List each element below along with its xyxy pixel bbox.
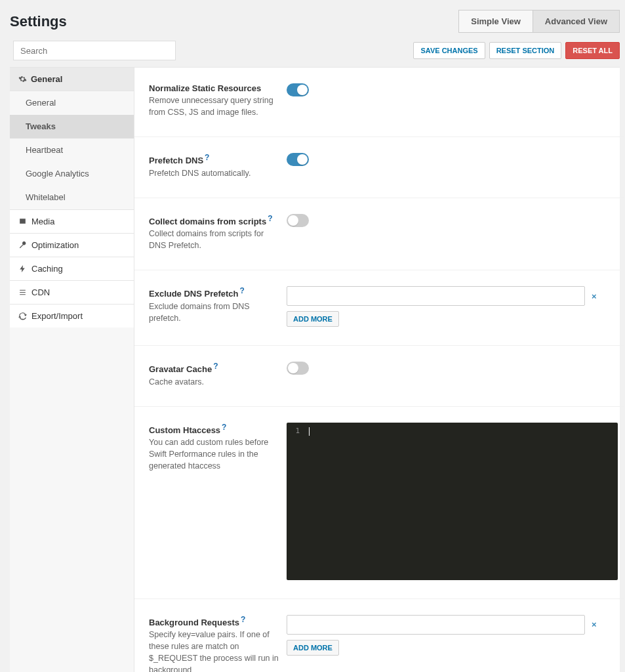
- setting-gravatar-cache: Gravatar Cache? Cache avatars.: [134, 346, 624, 406]
- tab-advanced-view[interactable]: Advanced View: [533, 10, 620, 33]
- setting-title: Background Requests?: [149, 615, 279, 627]
- help-icon[interactable]: ?: [268, 214, 272, 223]
- bolt-icon: [18, 264, 27, 274]
- setting-title: Gravatar Cache?: [149, 362, 279, 374]
- header-row: Settings Simple View Advanced View: [0, 0, 625, 41]
- setting-desc: Collect domains from scripts for DNS Pre…: [149, 228, 279, 251]
- sidebar-sub-general[interactable]: General: [10, 91, 134, 115]
- refresh-icon: [18, 312, 27, 321]
- setting-background-requests: Background Requests? Specify key=value p…: [134, 599, 624, 672]
- save-changes-button[interactable]: SAVE CHANGES: [413, 42, 485, 59]
- setting-prefetch-dns: Prefetch DNS? Prefetch DNS automatically…: [134, 137, 624, 198]
- setting-normalize-static-resources: Normalize Static Resources Remove unnece…: [134, 68, 624, 137]
- content: Normalize Static Resources Remove unnece…: [134, 68, 624, 672]
- htaccess-editor[interactable]: 1: [287, 423, 618, 580]
- sidebar-item-cdn[interactable]: CDN: [10, 280, 134, 304]
- setting-title: Collect domains from scripts?: [149, 214, 279, 226]
- setting-custom-htaccess: Custom Htaccess? You can add custom rule…: [134, 407, 624, 599]
- help-icon[interactable]: ?: [240, 286, 245, 295]
- wrench-icon: [18, 241, 27, 250]
- setting-collect-domains: Collect domains from scripts? Collect do…: [134, 198, 624, 271]
- setting-desc: Exclude domains from DNS prefetch.: [149, 301, 279, 324]
- help-icon[interactable]: ?: [241, 615, 245, 624]
- gear-icon: [18, 75, 27, 84]
- sidebar-item-caching[interactable]: Caching: [10, 257, 134, 280]
- sidebar-item-media[interactable]: Media: [10, 209, 134, 233]
- sidebar-item-optimization[interactable]: Optimization: [10, 233, 134, 257]
- sidebar-item-label: Export/Import: [31, 311, 83, 321]
- add-more-button[interactable]: ADD MORE: [287, 640, 339, 656]
- setting-desc: Prefetch DNS automatically.: [149, 167, 279, 179]
- sidebar-item-label: Caching: [31, 264, 63, 274]
- normalize-toggle[interactable]: [287, 83, 309, 96]
- list-icon: [18, 288, 27, 297]
- tab-simple-view[interactable]: Simple View: [458, 10, 533, 33]
- sidebar-group-label: General: [31, 74, 62, 84]
- sidebar: General General Tweaks Heartbeat Google …: [10, 68, 134, 672]
- main: General General Tweaks Heartbeat Google …: [10, 67, 620, 672]
- page-title: Settings: [10, 13, 67, 30]
- line-number: 1: [287, 423, 304, 580]
- reset-all-button[interactable]: RESET ALL: [565, 42, 620, 59]
- sidebar-sub-google-analytics[interactable]: Google Analytics: [10, 162, 134, 186]
- sidebar-sub-tweaks[interactable]: Tweaks: [10, 115, 134, 138]
- help-icon[interactable]: ?: [213, 362, 218, 371]
- setting-exclude-dns-prefetch: Exclude DNS Prefetch? Exclude domains fr…: [134, 270, 624, 346]
- search-input[interactable]: [13, 41, 176, 60]
- help-icon[interactable]: ?: [222, 423, 226, 432]
- text-cursor: [309, 427, 310, 436]
- sidebar-sub-whitelabel[interactable]: Whitelabel: [10, 186, 134, 209]
- setting-desc: You can add custom rules before Swift Pe…: [149, 436, 279, 472]
- setting-desc: Specify key=value pairs. If one of these…: [149, 629, 279, 672]
- setting-title: Exclude DNS Prefetch?: [149, 286, 279, 299]
- prefetch-dns-toggle[interactable]: [287, 153, 309, 166]
- setting-title: Normalize Static Resources: [149, 83, 279, 93]
- sidebar-sub-heartbeat[interactable]: Heartbeat: [10, 138, 134, 162]
- toolbar: SAVE CHANGES RESET SECTION RESET ALL: [0, 41, 625, 67]
- remove-input-button[interactable]: ×: [590, 291, 598, 301]
- sidebar-item-label: Media: [31, 217, 54, 226]
- exclude-dns-input[interactable]: [287, 286, 585, 306]
- sidebar-item-export-import[interactable]: Export/Import: [10, 304, 134, 327]
- setting-title: Custom Htaccess?: [149, 423, 279, 435]
- remove-input-button[interactable]: ×: [590, 620, 598, 629]
- settings-page: Settings Simple View Advanced View SAVE …: [0, 0, 625, 672]
- setting-title: Prefetch DNS?: [149, 153, 279, 165]
- sidebar-group-general[interactable]: General: [10, 68, 134, 91]
- gravatar-toggle[interactable]: [287, 362, 309, 375]
- add-more-button[interactable]: ADD MORE: [287, 311, 339, 327]
- help-icon[interactable]: ?: [205, 153, 209, 162]
- sidebar-item-label: Optimization: [31, 240, 79, 250]
- setting-desc: Remove unnecessary query string from CSS…: [149, 94, 279, 118]
- sidebar-item-label: CDN: [31, 287, 50, 297]
- collect-domains-toggle[interactable]: [287, 214, 309, 227]
- reset-section-button[interactable]: RESET SECTION: [489, 42, 562, 59]
- view-tabs: Simple View Advanced View: [458, 10, 620, 33]
- background-request-input[interactable]: [287, 615, 585, 635]
- setting-desc: Cache avatars.: [149, 376, 279, 388]
- image-icon: [18, 217, 27, 226]
